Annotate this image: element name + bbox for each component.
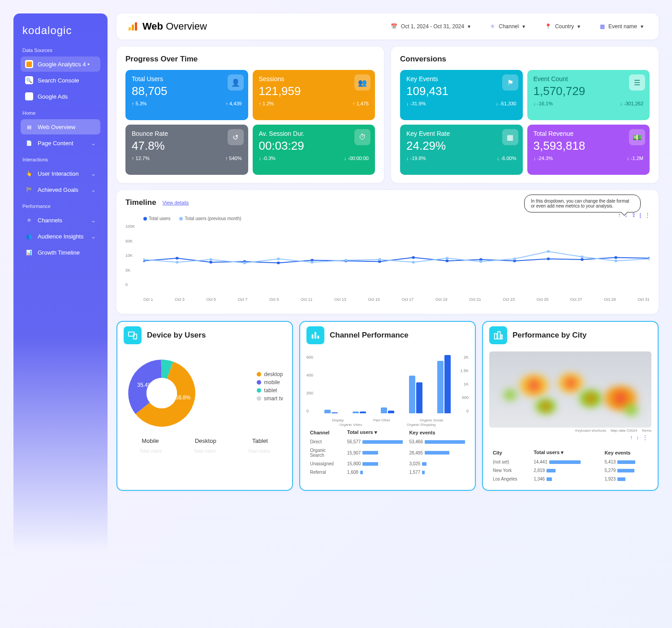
svg-text:58.8%: 58.8% [176,394,191,401]
analytics-icon [127,21,138,32]
country-filter[interactable]: 📍 Country ▾ [540,21,585,32]
metric-event-count[interactable]: ☰ Event Count 1,570,729 -16.1% -301,262 [527,70,650,120]
nav-icon: ⚛ [25,216,33,224]
svg-point-23 [277,258,280,260]
more-icon[interactable]: ⋮ [642,434,648,441]
city-table: CityTotal users ▾Key events (not set)14,… [489,447,651,484]
svg-point-25 [345,259,348,262]
svg-point-27 [412,261,415,264]
svg-point-11 [412,256,415,259]
table-row[interactable]: Direct56,57753,466 [307,438,468,446]
svg-point-28 [446,257,449,260]
svg-point-24 [310,261,314,264]
section-label: Interactions [22,157,100,162]
table-row[interactable]: Organic Search15,90728,495 [307,446,468,459]
view-details-link[interactable]: View details [163,200,189,205]
nav-item-page-content[interactable]: 📄Page Content⌄ [21,135,100,151]
nav-icon: 📄 [25,139,33,147]
nav-icon: 📊 [25,248,33,256]
table-row[interactable]: (not set)14,4415,413 [490,458,650,466]
svg-point-4 [176,257,179,260]
arrow-up-icon[interactable]: ↑ [630,434,633,441]
svg-rect-2 [135,22,137,30]
metric-total-users[interactable]: 👤 Total Users 88,705 5.3% 4,439 [125,70,248,120]
nav-item-channels[interactable]: ⚛Channels⌄ [21,212,100,228]
nav-icon: 🔍 [25,76,33,84]
chevron-down-icon: ▾ [577,23,580,30]
nav-item-google-ads[interactable]: ▲Google Ads [21,89,100,104]
chevron-down-icon: ⌄ [91,140,96,147]
nav-item-achieved-goals[interactable]: 🏁Achieved Goals⌄ [21,182,100,197]
svg-rect-46 [495,333,497,339]
progress-panel: Progress Over Time 👤 Total Users 88,705 … [116,47,384,183]
metric-icon: ⚑ [502,74,518,91]
world-heatmap[interactable] [489,351,651,428]
metric-sessions[interactable]: 👥 Sessions 121,959 1.2% 1,475 [253,70,375,120]
svg-point-16 [581,258,584,261]
channel-card: Channel Performance 6004002000 2K1.5K1K5… [299,321,476,491]
brand-logo: kodalogic [21,24,100,37]
metric-key-events[interactable]: ⚑ Key Events 109,431 -31.9% -51,330 [400,70,523,120]
bar-chart-icon [306,326,324,344]
nav-item-web-overview[interactable]: ▤Web Overview [21,119,100,134]
chevron-down-icon: ⌄ [91,233,96,240]
chevron-down-icon: ▾ [522,23,525,30]
channel-title: Channel Performance [330,331,409,340]
section-label: Performance [22,204,100,209]
nav-item-audience-insights[interactable]: 👥Audience Insights⌄ [21,229,100,244]
nav-icon: ▤ [25,123,33,131]
metric-icon: 💵 [629,129,645,145]
table-row[interactable]: Unassigned15,8003,025 [307,460,468,468]
svg-point-32 [581,256,584,258]
sidebar: kodalogic Data Sources🟧Google Analytics … [13,13,108,551]
metric-icon: ⏱ [354,129,370,145]
svg-rect-47 [498,332,500,339]
metric-av-session-dur-[interactable]: ⏱ Av. Session Dur. 00:03:29 -0.3% -00:00… [253,125,375,175]
metric-total-revenue[interactable]: 💵 Total Revenue 3,593,818 -24.3% -1.2M [527,125,650,175]
channel-bar-chart: 6004002000 2K1.5K1K5000 DisplayPaid Othe… [306,355,469,422]
timeline-title: Timeline [125,198,156,207]
nav-item-growth-timeline[interactable]: 📊Growth Timeline [21,245,100,260]
svg-point-30 [513,258,516,260]
svg-point-17 [614,256,617,259]
city-icon [489,326,507,344]
progress-title: Progress Over Time [125,55,375,64]
main-content: Web Overview 📅 Oct 1, 2024 - Oct 31, 202… [116,13,659,551]
metric-icon: ☰ [629,74,645,91]
svg-rect-0 [129,27,131,30]
svg-rect-48 [501,335,502,339]
svg-rect-43 [312,334,314,338]
table-row[interactable]: Referral1,6081,577 [307,468,468,476]
svg-rect-45 [318,336,319,338]
device-title: Device by Users [147,331,206,340]
arrow-down-icon[interactable]: ↓ [636,434,639,441]
nav-icon: ▲ [25,92,33,100]
table-row[interactable]: New York2,8195,279 [490,467,650,474]
svg-point-21 [209,258,212,261]
nav-icon: 👆 [25,169,33,178]
nav-icon: 🟧 [25,60,33,68]
metric-bounce-rate[interactable]: ↺ Bounce Rate 47.8% 12.7% 540% [125,125,248,175]
nav-item-user-interaction[interactable]: 👆User Interaction⌄ [21,166,100,181]
svg-point-7 [277,262,280,264]
date-filter[interactable]: 📅 Oct 1, 2024 - Oct 31, 2024 ▾ [386,21,475,32]
metric-key-event-rate[interactable]: ▦ Key Event Rate 24.29% -19.8% -6.00% [400,125,523,175]
svg-point-15 [547,258,550,260]
timeline-chart: Total usersTotal users (previous month) … [125,216,650,306]
nav-item-search-console[interactable]: 🔍Search Console [21,73,100,88]
svg-rect-1 [132,25,134,30]
table-row[interactable]: Los Angeles1,3461,923 [490,475,650,483]
channel-icon: ⚛ [490,23,495,30]
nav-item-google-analytics-4[interactable]: 🟧Google Analytics 4 • [21,56,100,72]
section-label: Data Sources [22,48,100,53]
event-filter[interactable]: ▦ Event name ▾ [595,21,648,32]
svg-point-29 [479,260,482,263]
metric-icon: ↺ [228,129,244,145]
svg-point-5 [209,261,212,264]
page-title: Web Overview [127,21,207,32]
svg-text:35.4%: 35.4% [138,382,153,388]
chevron-down-icon: ▾ [468,23,470,30]
city-title: Performance by City [513,331,586,340]
grid-icon: ▦ [600,23,605,30]
channel-filter[interactable]: ⚛ Channel ▾ [486,21,530,32]
